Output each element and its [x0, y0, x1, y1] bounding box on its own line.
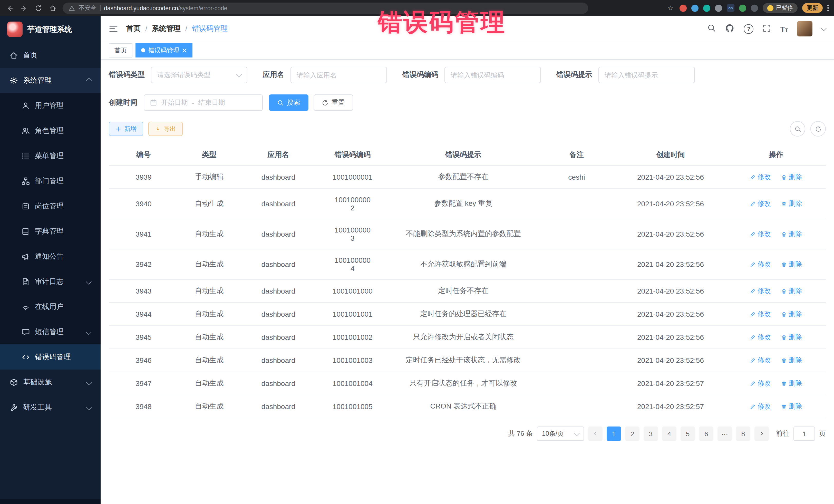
hamburger-icon[interactable] [109, 25, 118, 33]
toggle-search-button[interactable] [790, 121, 805, 136]
delete-button[interactable]: 删除 [781, 286, 802, 295]
sidebar-item-error-code[interactable]: 错误码管理 [0, 344, 101, 370]
sidebar-item-audit[interactable]: 审计日志 [0, 269, 101, 294]
edit-button[interactable]: 修改 [750, 379, 771, 388]
delete-button[interactable]: 删除 [781, 333, 802, 342]
cell-id: 3939 [109, 166, 178, 189]
delete-button[interactable]: 删除 [781, 172, 802, 182]
edit-button[interactable]: 修改 [750, 229, 771, 239]
sidebar-item-system[interactable]: 系统管理 [0, 68, 101, 93]
chevron-down-icon [86, 329, 92, 335]
extension-icon[interactable] [703, 4, 710, 12]
prev-page-button[interactable] [588, 426, 602, 441]
sidebar-item-sms[interactable]: 短信管理 [0, 319, 101, 344]
delete-button[interactable]: 删除 [781, 309, 802, 319]
tab-error-code[interactable]: 错误码管理 [135, 43, 193, 58]
edit-button[interactable]: 修改 [750, 172, 771, 182]
user-avatar[interactable] [797, 21, 812, 37]
edit-button[interactable]: 修改 [750, 402, 771, 411]
page-button[interactable]: 8 [736, 426, 750, 441]
cell-msg: 参数配置不存在 [389, 166, 539, 189]
sidebar-item-dict[interactable]: 字典管理 [0, 219, 101, 244]
sidebar-item-user[interactable]: 用户管理 [0, 93, 101, 118]
app-name-input[interactable] [290, 67, 387, 83]
page-button[interactable]: 3 [643, 426, 658, 441]
next-page-button[interactable] [754, 426, 769, 441]
page-button[interactable]: 2 [625, 426, 639, 441]
delete-button[interactable]: 删除 [781, 356, 802, 365]
page-button[interactable]: 1 [607, 426, 621, 441]
add-button[interactable]: 新增 [109, 122, 143, 136]
delete-button[interactable]: 删除 [781, 379, 802, 388]
delete-button[interactable]: 删除 [781, 229, 802, 239]
avatar-caret-down-icon[interactable] [821, 25, 827, 31]
sidebar-item-home[interactable]: 首页 [0, 43, 101, 68]
sidebar-item-notice[interactable]: 通知公告 [0, 244, 101, 269]
back-icon[interactable] [5, 3, 14, 13]
tab-home[interactable]: 首页 [109, 43, 132, 58]
cell-created: 2021-04-20 23:52:56 [615, 219, 726, 249]
sidebar-item-role[interactable]: 角色管理 [0, 118, 101, 143]
sidebar-item-post[interactable]: 岗位管理 [0, 194, 101, 219]
edit-button[interactable]: 修改 [750, 286, 771, 295]
browser-menu-icon[interactable] [827, 5, 829, 11]
puzzle-extension-icon[interactable] [751, 4, 758, 12]
extension-icon[interactable] [715, 4, 722, 12]
tab-close-icon[interactable] [182, 48, 187, 52]
url-host: dashboard.yudao.iocoder.cn [104, 5, 178, 11]
export-button[interactable]: 导出 [148, 122, 183, 136]
fullscreen-icon[interactable] [763, 24, 771, 34]
edit-button[interactable]: 修改 [750, 356, 771, 365]
home-icon[interactable] [48, 3, 58, 13]
error-msg-input[interactable] [598, 67, 695, 83]
edit-button[interactable]: 修改 [750, 309, 771, 319]
url-bar[interactable]: 不安全 dashboard.yudao.iocoder.cn/system/er… [63, 2, 588, 14]
extension-icon[interactable] [691, 4, 699, 12]
sidebar-item-tools[interactable]: 研发工具 [0, 395, 101, 420]
forward-icon[interactable] [20, 3, 29, 13]
delete-button[interactable]: 删除 [781, 199, 802, 209]
sidebar-item-infra[interactable]: 基础设施 [0, 370, 101, 395]
table-toolbar: 新增 导出 [109, 121, 826, 136]
edit-button[interactable]: 修改 [750, 333, 771, 342]
edit-button[interactable]: 修改 [750, 260, 771, 269]
sidebar-logo[interactable]: 芋道管理系统 [0, 16, 101, 43]
page-button[interactable]: ··· [718, 426, 732, 441]
app-root: 不安全 dashboard.yudao.iocoder.cn/system/er… [0, 0, 834, 504]
sidebar-item-menu[interactable]: 菜单管理 [0, 143, 101, 168]
page-button[interactable]: 4 [662, 426, 676, 441]
sidebar-item-online[interactable]: 在线用户 [0, 294, 101, 319]
refresh-icon[interactable] [34, 3, 43, 13]
cell-created: 2021-04-20 23:52:56 [615, 326, 726, 349]
breadcrumb-system[interactable]: 系统管理 [152, 24, 181, 34]
delete-button[interactable]: 删除 [781, 402, 802, 411]
refresh-table-button[interactable] [810, 121, 826, 136]
page-size-select[interactable]: 10条/页 [537, 426, 584, 441]
reset-button[interactable]: 重置 [313, 94, 353, 111]
extension-icon[interactable] [739, 4, 746, 12]
browser-update-button[interactable]: 更新 [802, 3, 823, 13]
help-icon[interactable]: ? [744, 24, 754, 34]
error-code-input[interactable] [444, 67, 541, 83]
edit-button[interactable]: 修改 [750, 199, 771, 209]
breadcrumb-home[interactable]: 首页 [126, 24, 140, 34]
edit-pencil-icon [750, 262, 755, 267]
sidebar-item-dept[interactable]: 部门管理 [0, 168, 101, 194]
header-search-icon[interactable] [707, 24, 716, 34]
page-button[interactable]: 5 [681, 426, 695, 441]
error-type-select[interactable]: 请选择错误码类型 [151, 67, 247, 83]
font-size-icon[interactable]: TT [781, 25, 788, 32]
goto-page-input[interactable] [793, 426, 815, 441]
date-range-picker[interactable]: 开始日期 - 结束日期 [144, 94, 263, 111]
column-header-id: 编号 [109, 145, 178, 166]
github-icon[interactable] [725, 23, 735, 34]
page-button[interactable]: 6 [699, 426, 714, 441]
bookmark-star-icon[interactable]: ☆ [666, 3, 675, 13]
extension-on-badge[interactable]: on [727, 4, 734, 12]
security-label[interactable]: 不安全 [79, 4, 96, 12]
delete-button[interactable]: 删除 [781, 260, 802, 269]
extension-icon[interactable] [680, 4, 687, 12]
cell-type: 自动生成 [178, 349, 240, 372]
search-button[interactable]: 搜索 [269, 94, 308, 111]
paused-profile-badge[interactable]: 已暂停 [763, 3, 797, 13]
